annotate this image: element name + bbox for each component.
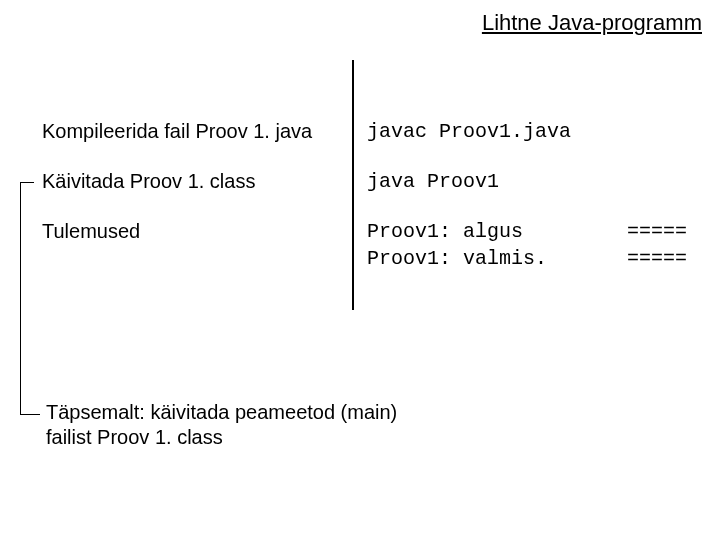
output-line2-right: ===== [627,247,687,270]
slide-title: Lihtne Java-programm [482,10,702,36]
bracket-line [20,183,21,414]
output-line1-left: Proov1: algus [367,220,523,243]
footnote-line1: Täpsemalt: käivitada peameetod (main) [46,401,397,423]
bracket-top [20,182,34,183]
command-compile: javac Proov1.java [367,120,571,143]
footnote: Täpsemalt: käivitada peameetod (main) fa… [46,400,397,450]
output-line2-left: Proov1: valmis. [367,247,547,270]
label-run: Käivitada Proov 1. class [42,170,255,193]
label-compile: Kompileerida fail Proov 1. java [42,120,312,143]
output-line1-right: ===== [627,220,687,243]
label-results: Tulemused [42,220,140,243]
footnote-line2: failist Proov 1. class [46,426,223,448]
command-run: java Proov1 [367,170,499,193]
bracket-bottom [20,414,40,415]
vertical-divider [352,60,354,310]
